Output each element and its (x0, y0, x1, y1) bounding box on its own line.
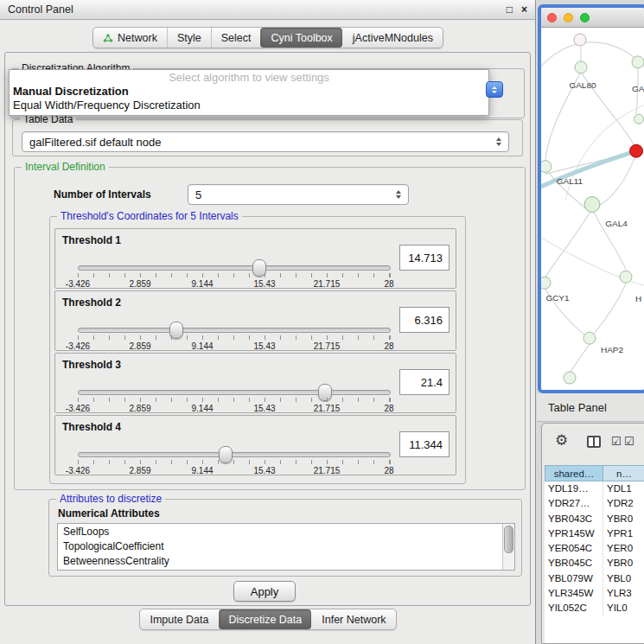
table-row[interactable]: YBR045CYBR0 (545, 556, 644, 571)
tab-discretize-data[interactable]: Discretize Data (219, 609, 312, 629)
threshold-3-slider[interactable]: -3.426 2.859 9.144 15.43 21.715 28 (67, 381, 441, 412)
network-window-titlebar (541, 8, 644, 28)
list-item[interactable]: SelfLoops (58, 524, 514, 539)
column-header-shared-name[interactable]: shared… (545, 465, 603, 481)
slider-track[interactable] (78, 265, 391, 271)
dropdown-option-equal-width-frequency[interactable]: Equal Width/Frequency Discretization (10, 99, 488, 112)
table-cell[interactable]: YDR27… (545, 496, 603, 511)
network-node[interactable] (634, 114, 644, 124)
slider-track[interactable] (78, 328, 391, 333)
table-cell[interactable]: YER054C (545, 541, 603, 556)
minimize-traffic-light-icon[interactable] (564, 13, 573, 22)
scale-tick-label: 28 (363, 341, 415, 351)
apply-button[interactable]: Apply (233, 581, 296, 602)
tab-style[interactable]: Style (167, 28, 211, 48)
table-cell[interactable]: YIL0 (603, 601, 644, 615)
network-node[interactable] (541, 277, 551, 289)
table-cell[interactable]: YDR2 (603, 496, 644, 511)
list-item[interactable]: TopologicalCoefficient (58, 539, 514, 553)
table-cell[interactable]: YDL19… (545, 481, 603, 496)
scale-tick-label: -3.426 (52, 341, 104, 351)
table-data-select[interactable]: galFiltered.sif default node (22, 131, 509, 152)
threshold-label: Threshold 1 (62, 234, 121, 246)
tab-infer-network[interactable]: Infer Network (311, 609, 395, 629)
slider-track[interactable] (78, 390, 391, 395)
select-all-checkbox-icon[interactable]: ☑ (611, 436, 622, 447)
node-label: GAL11 (557, 176, 583, 186)
network-canvas[interactable]: GAL80 GA GAL11 GAL4 GCY1 H HAP2 (541, 28, 644, 390)
scale-tick-label: 2.859 (114, 341, 166, 351)
threshold-1-panel: Threshold 1 -3.426 2.859 9.144 15.43 (54, 228, 456, 289)
number-of-intervals-select[interactable]: 5 (188, 184, 409, 205)
network-node[interactable] (584, 197, 600, 213)
table-cell[interactable]: YER0 (603, 541, 644, 556)
attributes-list[interactable]: SelfLoops TopologicalCoefficient Between… (57, 523, 515, 571)
table-cell[interactable]: YBR043C (545, 512, 603, 526)
slider-track[interactable] (78, 452, 391, 457)
table-row[interactable]: YLR345WYLR3 (545, 586, 644, 601)
table-cell[interactable]: YBL079W (545, 571, 603, 586)
threshold-3-value-field[interactable]: 21.4 (399, 369, 450, 395)
table-panel-header: Table Panel (537, 393, 644, 422)
table-cell[interactable]: YBL0 (603, 571, 644, 586)
slider-scale: -3.426 2.859 9.144 15.43 21.715 28 (52, 404, 415, 413)
dropdown-option-manual-discretization[interactable]: Manual Discretization (10, 85, 488, 99)
table-row[interactable]: YDR27…YDR2 (545, 496, 644, 511)
threshold-label: Threshold 4 (62, 421, 121, 433)
select-columns-checkbox-icon[interactable]: ☑ (624, 436, 634, 447)
threshold-1-slider[interactable]: -3.426 2.859 9.144 15.43 21.715 28 (67, 257, 441, 288)
table-cell[interactable]: YBR0 (603, 512, 644, 526)
tab-jactivemnodules[interactable]: jActiveMNodules (342, 28, 443, 48)
threshold-2-slider[interactable]: -3.426 2.859 9.144 15.43 21.715 28 (67, 319, 441, 350)
gear-icon[interactable]: ⚙ (555, 433, 568, 448)
table-cell[interactable]: YLR3 (603, 586, 644, 601)
close-window-icon[interactable]: × (521, 3, 527, 16)
table-row[interactable]: YIL052CYIL0 (545, 601, 644, 615)
selected-network-node[interactable] (630, 144, 643, 157)
tab-network[interactable]: Network (93, 28, 167, 48)
table-cell[interactable]: YPR145W (545, 526, 603, 541)
list-item[interactable]: BetweennessCentrality (58, 553, 514, 568)
table-cell[interactable]: YIL052C (545, 601, 603, 615)
table-row[interactable]: YER054CYER0 (545, 541, 644, 556)
table-cell[interactable]: YLR345W (545, 586, 603, 601)
network-node[interactable] (574, 34, 586, 46)
threshold-2-value-field[interactable]: 6.316 (399, 307, 450, 333)
screen: Control Panel □ × Network Style Se (0, 0, 644, 644)
scale-tick-label: -3.426 (52, 279, 104, 289)
tab-cyni-toolbox[interactable]: Cyni Toolbox (260, 28, 341, 48)
columns-icon[interactable] (587, 436, 601, 448)
table-row[interactable]: YPR145WYPR1 (545, 526, 644, 541)
table-cell[interactable]: YDL1 (603, 481, 644, 496)
scale-tick-label: 9.144 (176, 466, 228, 475)
network-node[interactable] (620, 271, 632, 283)
table-body: YDL19…YDL1 YDR27…YDR2 YBR043CYBR0 YPR145… (545, 481, 644, 643)
close-traffic-light-icon[interactable] (547, 13, 557, 22)
zoom-traffic-light-icon[interactable] (580, 13, 590, 22)
tab-impute-data[interactable]: Impute Data (140, 609, 218, 629)
table-row[interactable]: YBL079WYBL0 (545, 571, 644, 586)
threshold-4-slider[interactable]: -3.426 2.859 9.144 15.43 21.715 28 (67, 443, 441, 475)
algorithm-combo-stepper[interactable] (486, 81, 503, 98)
list-scrollbar[interactable] (502, 524, 514, 570)
numerical-attributes-label: Numerical Attributes (58, 507, 160, 520)
table-cell[interactable]: YPR1 (603, 526, 644, 541)
network-node[interactable] (583, 332, 596, 344)
network-node[interactable] (575, 61, 587, 73)
threshold-1-value-field[interactable]: 14.713 (399, 245, 450, 271)
scrollbar-thumb[interactable] (504, 526, 513, 553)
column-header-name[interactable]: n… (603, 465, 644, 481)
tab-select[interactable]: Select (211, 28, 261, 48)
network-node[interactable] (564, 372, 576, 384)
network-edges-faint (541, 104, 644, 286)
threshold-4-value-field[interactable]: 11.344 (399, 431, 450, 457)
scale-tick-label: 9.144 (176, 279, 228, 289)
table-row[interactable]: YDL19…YDL1 (545, 481, 644, 496)
float-window-icon[interactable]: □ (507, 3, 513, 16)
network-node[interactable] (632, 56, 644, 68)
tab-label: Style (177, 32, 201, 44)
network-node[interactable] (541, 161, 552, 173)
table-cell[interactable]: YBR045C (545, 556, 603, 571)
table-cell[interactable]: YBR0 (603, 556, 644, 571)
table-row[interactable]: YBR043CYBR0 (545, 512, 644, 526)
